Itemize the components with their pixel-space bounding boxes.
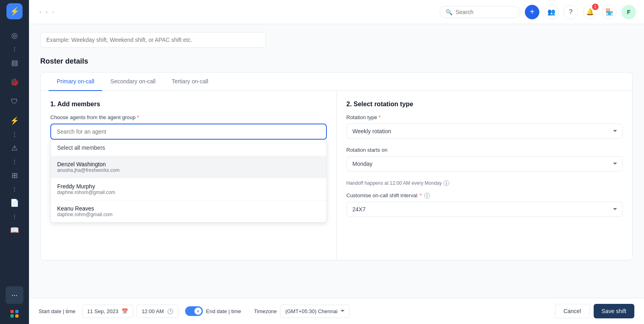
rotation-type-select[interactable]: Weekly rotation Daily rotation Custom ro…: [347, 124, 623, 139]
handoff-hint: Handoff happens at 12:00 AM every Monday…: [347, 180, 623, 186]
sidebar-item-alert[interactable]: ⚠: [6, 139, 23, 157]
search-icon: 🔍: [446, 9, 452, 15]
breadcrumb-sep-3: ›: [52, 9, 54, 15]
sidebar-dots-2: ⋮: [12, 131, 17, 138]
required-marker-2: *: [379, 114, 381, 120]
end-date-toggle-wrap: ✕ End date | time: [185, 306, 241, 316]
start-date-input[interactable]: 11 Sep, 2023 📅: [82, 305, 133, 318]
sidebar-dots-4: ⋮: [12, 186, 17, 192]
end-date-label: End date | time: [206, 308, 241, 314]
tab-secondary[interactable]: Secondary on-call: [102, 72, 163, 91]
page-content: Roster details Primary on-call Secondary…: [29, 24, 644, 298]
shift-name-input[interactable]: [40, 32, 266, 47]
start-date-label: Start date | time: [39, 308, 76, 314]
notification-button[interactable]: 🔔 1: [583, 5, 597, 19]
agent-search-wrap: Select all members Denzel Washington anu…: [50, 124, 327, 140]
avatar[interactable]: F: [621, 5, 636, 19]
rotation-type-title: 2. Select rotation type: [347, 101, 623, 108]
timezone-wrap: Timezone (GMT+05:30) Chennai: [254, 305, 349, 318]
search-box[interactable]: 🔍: [440, 6, 520, 18]
sidebar: ⚡ ◎ ⋮ ▤ 🐞 🛡 ⚡ ⋮ ⚠ ⋮ ⊞ ⋮ 📄 ⋮ 📖 ···: [0, 0, 29, 324]
agent-name: Freddy Murphy: [57, 183, 320, 190]
date-input-wrap: 11 Sep, 2023 📅 12:00 AM 🕐: [82, 305, 179, 318]
customise-info-icon[interactable]: ℹ: [424, 193, 430, 198]
sidebar-item-bolt[interactable]: ⚡: [6, 112, 23, 130]
team-icon: 👥: [547, 8, 555, 16]
topnav-right: 🔍 + 👥 ? 🔔 1 🏪 F: [440, 5, 636, 19]
breadcrumb: › › ›: [37, 9, 56, 15]
sidebar-item-more[interactable]: ···: [6, 286, 23, 304]
notification-badge: 1: [592, 4, 599, 10]
start-date-value: 11 Sep, 2023: [87, 308, 118, 314]
help-icon: ?: [569, 8, 573, 16]
help-button[interactable]: ?: [564, 5, 578, 19]
cancel-button[interactable]: Cancel: [555, 304, 590, 318]
right-panel: 2. Select rotation type Rotation type * …: [337, 91, 633, 260]
add-members-title: 1. Add members: [50, 101, 327, 108]
sidebar-item-layers[interactable]: ⊞: [6, 167, 23, 184]
breadcrumb-sep-2: ›: [46, 9, 47, 15]
store-icon: 🏪: [605, 8, 613, 16]
sidebar-dots-3: ⋮: [12, 159, 17, 165]
sidebar-apps[interactable]: [7, 306, 22, 321]
agent-item-keanu[interactable]: Keanu Reaves daphne.rohm@gmail.com: [51, 200, 326, 222]
topnav: › › › 🔍 + 👥 ? 🔔 1 🏪: [29, 0, 644, 24]
agent-group-label: Choose agents from the agent group *: [50, 114, 327, 120]
timezone-label: Timezone: [254, 308, 277, 314]
sidebar-dots-5: ⋮: [12, 213, 17, 220]
tab-content: 1. Add members Choose agents from the ag…: [41, 91, 632, 260]
agent-item-denzel[interactable]: Denzel Washington anusha.jha@freshworks.…: [51, 156, 326, 178]
toggle-x-icon: ✕: [194, 307, 202, 315]
team-icon-button[interactable]: 👥: [544, 5, 559, 19]
agent-dropdown: Select all members Denzel Washington anu…: [50, 140, 327, 223]
breadcrumb-sep-1: ›: [39, 9, 41, 15]
agent-email: daphne.rohom@gmail.com: [57, 190, 320, 195]
agent-email: anusha.jha@freshworks.com: [57, 167, 320, 173]
rotation-starts-section: Rotation starts on Monday Tuesday Wednes…: [347, 147, 623, 186]
sidebar-item-book[interactable]: 📖: [6, 221, 23, 239]
sidebar-bottom: ···: [6, 285, 23, 321]
roster-section-title: Roster details: [40, 57, 633, 66]
customise-select[interactable]: 24X7 Custom hours: [347, 202, 623, 217]
sidebar-item-bug[interactable]: 🐞: [6, 73, 23, 91]
timezone-select[interactable]: (GMT+05:30) Chennai: [280, 305, 349, 318]
search-input[interactable]: [456, 9, 514, 15]
rotation-type-label: Rotation type *: [347, 114, 623, 120]
start-time-input[interactable]: 12:00 AM 🕐: [136, 305, 179, 318]
left-panel: 1. Add members Choose agents from the ag…: [41, 91, 337, 260]
store-button[interactable]: 🏪: [602, 5, 617, 19]
clock-icon: 🕐: [167, 308, 173, 314]
sidebar-item-monitor[interactable]: ◎: [6, 27, 23, 44]
add-button[interactable]: +: [525, 5, 539, 19]
sidebar-item-shield[interactable]: 🛡: [6, 93, 23, 110]
handoff-info-icon[interactable]: ℹ: [444, 180, 449, 186]
customise-label: Customise on-call shift interval * ℹ: [347, 192, 623, 198]
save-shift-button[interactable]: Save shift: [594, 304, 634, 318]
start-time-value: 12:00 AM: [142, 308, 164, 314]
tab-tertiary[interactable]: Tertiary on-call: [163, 72, 216, 91]
agent-search-input[interactable]: [50, 124, 327, 140]
bottom-bar: Start date | time 11 Sep, 2023 📅 12:00 A…: [29, 298, 644, 324]
agent-item-freddy[interactable]: Freddy Murphy daphne.rohom@gmail.com: [51, 178, 326, 200]
actions-wrap: Cancel Save shift: [555, 304, 634, 318]
agent-name: Keanu Reaves: [57, 205, 320, 212]
agent-name: Denzel Washington: [57, 161, 320, 167]
rotation-starts-label: Rotation starts on: [347, 147, 623, 153]
select-all-members[interactable]: Select all members: [51, 140, 326, 156]
agent-email: daphne.rohm@gmail.com: [57, 212, 320, 217]
app-logo[interactable]: ⚡: [6, 3, 23, 19]
roster-card: Primary on-call Secondary on-call Tertia…: [40, 72, 633, 260]
required-marker-3: *: [420, 192, 422, 198]
required-marker: *: [137, 114, 139, 120]
rotation-starts-select[interactable]: Monday Tuesday Wednesday Thursday Friday…: [347, 156, 623, 171]
main-wrapper: › › › › 🔍 + 👥 ? 🔔 1: [29, 0, 644, 324]
tabs: Primary on-call Secondary on-call Tertia…: [41, 72, 632, 91]
end-date-toggle[interactable]: ✕: [185, 306, 203, 316]
sidebar-dots-1: ⋮: [12, 46, 17, 52]
sidebar-item-inbox[interactable]: ▤: [6, 54, 23, 72]
tab-primary[interactable]: Primary on-call: [49, 72, 102, 91]
sidebar-item-file[interactable]: 📄: [6, 194, 23, 212]
calendar-icon: 📅: [122, 308, 128, 314]
